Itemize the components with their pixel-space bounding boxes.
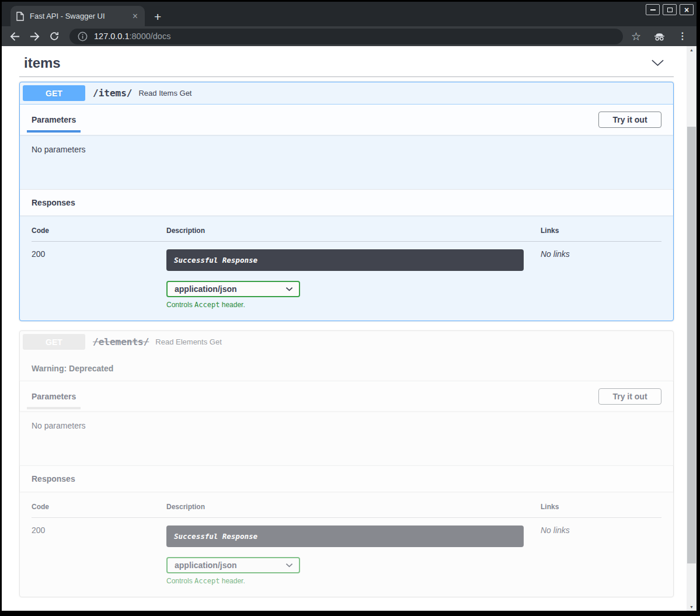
- back-button[interactable]: [9, 30, 20, 42]
- endpoint-summary-elements[interactable]: GET /elements/ Read Elements Get: [20, 331, 673, 353]
- url-bar[interactable]: 127.0.0.1:8000/docs: [69, 29, 623, 44]
- controls-accept-note: Controls Accept header.: [166, 301, 541, 309]
- browser-window: Fast API - Swagger UI × + × 127.0.0.1:80…: [2, 2, 696, 611]
- tag-section-header: items: [2, 51, 687, 72]
- close-icon: ×: [684, 6, 689, 14]
- tag-title[interactable]: items: [24, 55, 61, 71]
- response-description: Successful Response: [166, 525, 524, 547]
- parameters-body: No parameters: [20, 135, 673, 189]
- select-chevron-down-icon: [285, 287, 293, 291]
- code-column-header: Code: [32, 227, 166, 235]
- minimize-button[interactable]: [646, 4, 660, 15]
- responses-body: Code Description Links 200 Successful Re…: [20, 492, 673, 597]
- links-column-header: Links: [541, 227, 661, 235]
- scroll-down-icon[interactable]: ▼: [687, 605, 696, 609]
- opblock-get-items: GET /items/ Read Items Get Parameters Tr…: [19, 82, 674, 321]
- try-it-out-button[interactable]: Try it out: [598, 388, 661, 405]
- try-it-out-button[interactable]: Try it out: [598, 112, 661, 128]
- media-type-select[interactable]: application/json: [166, 281, 300, 297]
- code-column-header: Code: [32, 503, 166, 511]
- reload-button[interactable]: [48, 30, 60, 42]
- page-favicon-icon: [16, 12, 24, 21]
- endpoint-path: /items/: [93, 88, 132, 99]
- maximize-button[interactable]: [663, 4, 677, 15]
- close-window-button[interactable]: ×: [680, 4, 694, 15]
- parameters-tab: Parameters: [32, 392, 76, 401]
- response-code: 200: [32, 525, 166, 585]
- window-controls: ×: [646, 4, 694, 15]
- url-path: :8000/docs: [129, 32, 170, 41]
- new-tab-button[interactable]: +: [154, 11, 161, 23]
- deprecated-warning: Warning: Deprecated: [20, 353, 673, 381]
- responses-body: Code Description Links 200 Successful Re…: [20, 215, 673, 321]
- url-host: 127.0.0.1: [94, 32, 129, 41]
- parameters-header: Parameters Try it out: [20, 105, 673, 135]
- responses-header: Responses: [20, 465, 673, 492]
- responses-table-header: Code Description Links: [32, 503, 661, 518]
- maximize-icon: [667, 8, 673, 12]
- method-badge: GET: [23, 85, 85, 101]
- select-chevron-down-icon: [285, 563, 293, 568]
- description-column-header: Description: [166, 503, 541, 511]
- bookmark-star-icon[interactable]: ☆: [631, 31, 641, 42]
- browser-menu-icon[interactable]: ⋮: [678, 32, 687, 41]
- collapse-section-chevron-icon[interactable]: [651, 59, 664, 67]
- response-description: Successful Response: [166, 249, 524, 271]
- forward-button[interactable]: [29, 30, 40, 42]
- controls-accept-note: Controls Accept header.: [166, 577, 541, 585]
- response-row: 200 Successful Response application/json: [32, 518, 661, 585]
- parameters-body: No parameters: [20, 411, 673, 465]
- media-type-select[interactable]: application/json: [166, 557, 300, 573]
- page-scrollbar[interactable]: ▲ ▼: [687, 46, 696, 611]
- responses-header: Responses: [20, 189, 673, 215]
- responses-title: Responses: [32, 198, 75, 207]
- scrollbar-thumb[interactable]: [687, 127, 696, 563]
- scroll-up-icon[interactable]: ▲: [687, 48, 696, 52]
- section-divider: [19, 76, 674, 77]
- response-links: No links: [541, 249, 661, 309]
- method-badge: GET: [23, 334, 85, 350]
- endpoint-path: /elements/: [93, 336, 149, 347]
- incognito-icon: [653, 32, 666, 41]
- tab-close-icon[interactable]: ×: [131, 12, 139, 21]
- toolbar-actions: ☆ ⋮: [631, 31, 687, 42]
- endpoint-summary-text: Read Elements Get: [155, 337, 221, 346]
- responses-title: Responses: [32, 474, 75, 483]
- swagger-page: items GET /items/ Read Items Get: [2, 46, 687, 611]
- response-code: 200: [32, 249, 166, 309]
- responses-table-header: Code Description Links: [32, 227, 661, 242]
- no-parameters-text: No parameters: [32, 145, 86, 154]
- links-column-header: Links: [541, 503, 661, 511]
- tab-title: Fast API - Swagger UI: [30, 12, 131, 20]
- browser-tab[interactable]: Fast API - Swagger UI ×: [11, 6, 145, 26]
- media-type-value: application/json: [175, 561, 237, 570]
- media-type-value: application/json: [175, 284, 237, 294]
- parameters-tab: Parameters: [32, 115, 76, 124]
- endpoint-summary-text: Read Items Get: [138, 89, 191, 98]
- site-info-icon[interactable]: [78, 32, 88, 41]
- no-parameters-text: No parameters: [32, 421, 86, 430]
- response-links: No links: [541, 525, 661, 585]
- minimize-icon: [650, 9, 656, 11]
- endpoint-summary-items[interactable]: GET /items/ Read Items Get: [20, 82, 673, 105]
- response-row: 200 Successful Response application/json: [32, 242, 661, 309]
- page-viewport: items GET /items/ Read Items Get: [2, 46, 696, 611]
- browser-toolbar: 127.0.0.1:8000/docs ☆ ⋮: [2, 26, 696, 46]
- tab-strip: Fast API - Swagger UI × + ×: [2, 2, 696, 26]
- opblock-get-elements-deprecated: GET /elements/ Read Elements Get Warning…: [19, 330, 674, 597]
- description-column-header: Description: [166, 227, 541, 235]
- parameters-header: Parameters Try it out: [20, 381, 673, 411]
